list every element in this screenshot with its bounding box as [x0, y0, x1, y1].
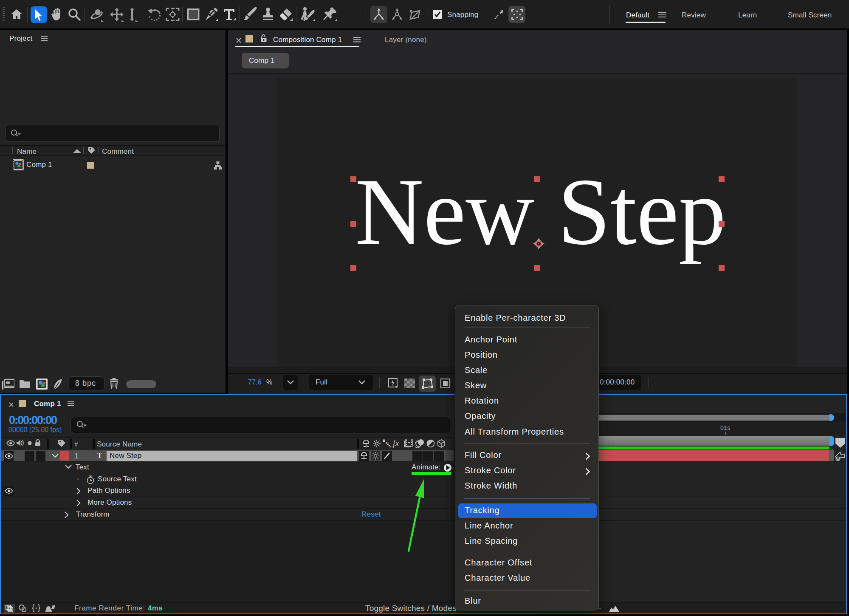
svg-text:fx: fx — [393, 439, 399, 448]
